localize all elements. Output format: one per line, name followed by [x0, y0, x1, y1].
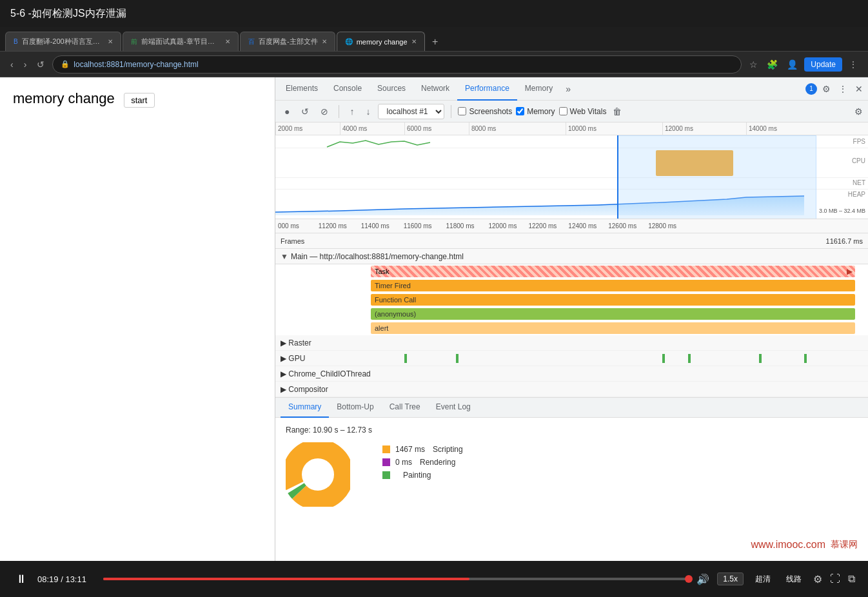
tab-label: memory change [357, 38, 408, 46]
tab-performance[interactable]: Performance [457, 77, 517, 101]
heap-range: 3.0 MB – 32.4 MB [819, 208, 865, 214]
back-button[interactable]: ‹ [8, 57, 16, 72]
painting-color [382, 471, 390, 479]
bottom-tab-event-log[interactable]: Event Log [428, 397, 478, 418]
gpu-indicator-3 [662, 354, 665, 363]
fps-row: FPS [275, 135, 868, 148]
devtools-close-icon[interactable]: ✕ [853, 81, 865, 97]
painting-label: Painting [403, 471, 431, 480]
web-vitals-checkbox[interactable] [559, 107, 567, 115]
tab-label: 百度网盘-主部文件 [259, 37, 318, 46]
gpu-indicator-4 [688, 354, 691, 363]
thread-row-childio[interactable]: ▶ Chrome_ChildIOThread [275, 366, 868, 382]
legend-scripting: 1467 ms Scripting [382, 445, 463, 454]
update-button[interactable]: Update [804, 57, 842, 72]
tab-close-icon[interactable]: ✕ [225, 38, 230, 45]
volume-button[interactable]: 🔊 [696, 573, 709, 585]
settings-icon[interactable]: ⚙ [813, 573, 822, 585]
devtools-settings-icon[interactable]: ⚙ [820, 81, 833, 97]
pip-icon[interactable]: ⧉ [848, 573, 855, 585]
video-container: 5-6 -如何检测JS内存泄漏 B 百度翻译-200种语言互译、沟... ✕ 前… [0, 0, 868, 597]
ruler-tick-0: 2000 ms [275, 122, 302, 135]
reload-record-button[interactable]: ↺ [297, 104, 313, 119]
task-row-anonymous: (anonymous) [275, 307, 868, 321]
expand-arrow-icon[interactable]: ▼ [281, 252, 288, 261]
tab-baidu-pan[interactable]: 百 百度网盘-主部文件 ✕ [240, 32, 335, 51]
task-bar-function-call[interactable]: Function Call [371, 294, 855, 306]
start-button[interactable]: start [124, 93, 154, 108]
upload-button[interactable]: ↑ [346, 104, 358, 119]
mini-tick-8: 12600 ms [608, 222, 636, 230]
url-bar[interactable]: 🔒 localhost:8881/memory-change.html [52, 55, 742, 73]
url-text: localhost:8881/memory-change.html [74, 60, 198, 69]
target-select[interactable]: localhost #1 [378, 104, 444, 119]
speed-button[interactable]: 1.5x [717, 573, 744, 585]
task-bars-container: Task ▶ Timer Fired Function Call [275, 264, 868, 335]
screenshots-checkbox-group[interactable]: Screenshots [458, 107, 512, 116]
extensions-icon[interactable]: 🧩 [764, 57, 780, 72]
mini-tick-7: 12400 ms [568, 222, 597, 230]
ruler-tick-3: 8000 ms [469, 122, 496, 135]
progress-bar[interactable] [103, 578, 689, 580]
web-vitals-checkbox-group[interactable]: Web Vitals [559, 107, 607, 116]
more-tabs-button[interactable]: » [560, 84, 576, 94]
fullscreen-icon[interactable]: ⛶ [830, 573, 840, 585]
tab-close-icon[interactable]: ✕ [322, 38, 327, 45]
quality-button[interactable]: 超清 [751, 573, 774, 586]
route-button[interactable]: 线路 [782, 573, 805, 586]
screenshots-checkbox[interactable] [458, 107, 466, 115]
tab-sources[interactable]: Sources [370, 77, 413, 101]
thread-row-compositor[interactable]: ▶ Compositor [275, 382, 868, 397]
cpu-block [656, 150, 733, 176]
menu-icon[interactable]: ⋮ [846, 57, 860, 72]
tab-close-icon[interactable]: ✕ [411, 38, 417, 45]
timeline-area: 2000 ms 4000 ms 6000 ms 8000 ms 10000 ms… [275, 122, 868, 219]
tab-elements[interactable]: Elements [278, 77, 326, 101]
notification-badge: 1 [805, 83, 817, 95]
tab-console[interactable]: Console [326, 77, 370, 101]
tab-memory-change[interactable]: 🌐 memory change ✕ [337, 32, 425, 51]
bottom-tab-bottom-up[interactable]: Bottom-Up [329, 397, 381, 418]
tab-interview[interactable]: 前 前端面试真题-章节目录V2.3 ✕ [123, 32, 239, 51]
task-bar-anonymous[interactable]: (anonymous) [371, 308, 855, 320]
reload-button[interactable]: ↺ [34, 57, 47, 72]
tab-favicon: 🌐 [345, 38, 353, 45]
tab-baidu-translate[interactable]: B 百度翻译-200种语言互译、沟... ✕ [5, 32, 121, 51]
task-bar-alert[interactable]: alert [371, 322, 855, 334]
task-bar-task[interactable]: Task ▶ [371, 266, 855, 277]
cursor-line [617, 135, 618, 219]
thread-row-raster[interactable]: ▶ Raster [275, 335, 868, 351]
task-bar-timer-fired[interactable]: Timer Fired [371, 280, 855, 291]
tab-memory[interactable]: Memory [517, 77, 560, 101]
config-icon[interactable]: ⚙ [854, 106, 863, 117]
tab-close-icon[interactable]: ✕ [108, 38, 113, 45]
play-pause-button[interactable]: ⏸ [13, 570, 30, 589]
heap-label: HEAP [848, 191, 865, 198]
devtools-more-icon[interactable]: ⋮ [836, 81, 850, 97]
pie-chart [286, 442, 350, 507]
net-label: NET [853, 179, 865, 186]
mini-tick-6: 12200 ms [528, 222, 557, 230]
tab-add-button[interactable]: + [426, 33, 444, 51]
rendering-label: Rendering [420, 458, 455, 467]
thread-row-gpu[interactable]: ▶ GPU [275, 351, 868, 366]
scripting-color [382, 445, 390, 453]
record-button[interactable]: ● [281, 104, 293, 119]
video-controls: ⏸ 08:19 / 13:11 🔊 1.5x 超清 线路 ⚙ ⛶ ⧉ [0, 561, 868, 597]
bottom-tab-call-tree[interactable]: Call Tree [382, 397, 428, 418]
tab-network[interactable]: Network [413, 77, 457, 101]
clear-button[interactable]: ⊘ [317, 104, 332, 119]
memory-checkbox[interactable] [516, 107, 524, 115]
bookmark-star-icon[interactable]: ☆ [747, 57, 760, 72]
trash-icon[interactable]: 🗑 [613, 106, 622, 117]
profile-icon[interactable]: 👤 [784, 57, 800, 72]
download-button[interactable]: ↓ [362, 104, 374, 119]
tab-favicon: 前 [131, 37, 137, 46]
watermark: www.imooc.com 慕课网 [751, 539, 858, 551]
timeline-ruler: 2000 ms 4000 ms 6000 ms 8000 ms 10000 ms… [275, 122, 868, 135]
memory-checkbox-group[interactable]: Memory [516, 107, 555, 116]
title-text: 5-6 -如何检测JS内存泄漏 [10, 7, 126, 21]
task-overflow-icon: ▶ [847, 267, 853, 276]
forward-button[interactable]: › [21, 57, 30, 72]
bottom-tab-summary[interactable]: Summary [281, 397, 329, 418]
